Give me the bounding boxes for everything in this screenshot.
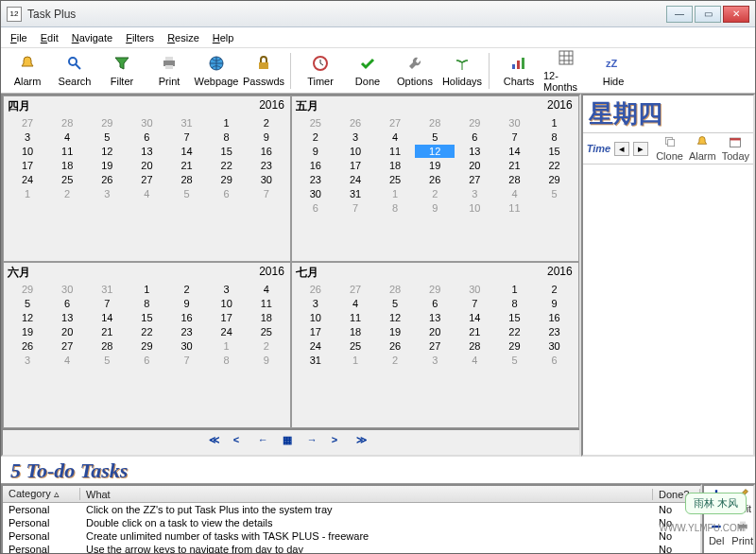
globe-icon [208,55,225,74]
month-七月: 七月20162627282930123456789101112131415161… [291,262,579,428]
nav-last-icon[interactable]: ≫ [356,434,373,451]
col-category[interactable]: Category ▵ [3,488,80,500]
svg-point-0 [69,58,77,65]
svg-rect-16 [730,138,741,140]
tool-hide[interactable]: zZHide [591,55,636,87]
svg-rect-8 [512,64,515,69]
menu-edit[interactable]: Edit [41,32,59,43]
palm-icon [454,55,471,74]
task-table: Category ▵ What Done? PersonalClick on t… [1,484,702,554]
daytool-today[interactable]: Today [722,135,749,162]
daytool-clone[interactable]: Clone [656,135,683,162]
menubar: FileEditNavigateFiltersResizeHelp [1,27,755,48]
tool-options[interactable]: Options [392,55,438,87]
col-what[interactable]: What [80,489,653,500]
four-month-panel: 四月20162728293031123456789101112131415161… [1,94,581,457]
tool-charts[interactable]: Charts [496,55,541,87]
bell-icon [696,135,709,150]
nav-next-icon[interactable]: > [332,434,349,451]
bell-icon [19,55,36,74]
titlebar: 12 Task Plus — ▭ ✕ [1,1,755,27]
chart-icon [510,55,527,74]
svg-rect-10 [522,58,524,69]
printer-icon [161,55,178,74]
grid-icon [558,49,575,68]
nav-prev-icon[interactable]: < [233,434,250,451]
lock-icon [255,55,272,74]
svg-rect-14 [667,140,674,147]
menu-navigate[interactable]: Navigate [72,32,112,43]
tool-timer[interactable]: Timer [298,55,343,87]
tool-passwds[interactable]: Passwds [241,55,286,87]
menu-help[interactable]: Help [213,32,234,43]
todo-header: 5 To-do Tasks [1,457,755,483]
table-row[interactable]: PersonalClick on the ZZ's to put Task Pl… [3,503,700,516]
calendar-nav: ≪ < ← ▦ → > ≫ [3,428,579,455]
tool-done[interactable]: Done [345,55,390,87]
nav-fwd-arrow-icon[interactable]: → [307,434,324,451]
tool-holidays[interactable]: Holidays [439,55,485,87]
minimize-button[interactable]: — [666,6,693,23]
month-四月: 四月20162728293031123456789101112131415161… [3,95,291,262]
menu-resize[interactable]: Resize [167,32,199,43]
nav-back-arrow-icon[interactable]: ← [258,434,275,451]
svg-rect-6 [259,62,268,69]
svg-rect-9 [517,61,520,69]
watermark-box: 雨林 木风 [685,493,747,514]
maximize-button[interactable]: ▭ [695,6,721,23]
table-row[interactable]: PersonalDouble click on a task to view t… [3,516,700,529]
month-五月: 五月20162526272829301234567891011121314151… [291,95,579,262]
tool-alarm[interactable]: Alarm [5,55,50,87]
search-icon [66,55,83,74]
tool-search[interactable]: Search [52,55,97,87]
tool-12-months[interactable]: 12-Months [543,49,589,93]
app-icon: 12 [7,7,22,22]
svg-rect-11 [559,51,573,64]
menu-file[interactable]: File [10,32,27,43]
window-title: Task Plus [27,8,666,21]
tool-print[interactable]: Print [146,55,192,87]
filter-icon [113,55,130,74]
toolbar: AlarmSearchFilterPrintWebpagePasswdsTime… [1,48,755,94]
menu-filters[interactable]: Filters [126,32,154,43]
svg-text:zZ: zZ [606,58,618,69]
zz-icon: zZ [605,55,622,74]
month-六月: 六月20162930311234567891011121314151617181… [3,262,291,428]
day-header: 星期四 [583,95,753,132]
clock-icon [312,55,329,74]
svg-line-1 [76,64,80,69]
svg-rect-3 [165,57,173,61]
daytool-alarm[interactable]: Alarm [689,135,716,162]
wrench-icon [406,55,423,74]
table-row[interactable]: PersonalUse the arrow keys to navigate f… [3,543,700,554]
day-body [583,164,753,455]
table-row[interactable]: PersonalCreate unlimited number of tasks… [3,529,700,543]
time-prev-button[interactable]: ◂ [614,142,629,156]
cal-icon [729,135,742,150]
time-label: Time [587,143,610,154]
watermark-url: WWW.YLMFU.COM [659,523,745,533]
close-button[interactable]: ✕ [723,6,749,23]
nav-calendar-icon[interactable]: ▦ [283,434,300,451]
svg-rect-4 [165,65,173,69]
time-next-button[interactable]: ▸ [633,142,648,156]
day-panel: 星期四 Time ◂ ▸ CloneAlarmToday [581,94,755,457]
nav-first-icon[interactable]: ≪ [209,434,226,451]
clone-icon [663,135,677,150]
check-icon [359,55,376,74]
tool-webpage[interactable]: Webpage [194,55,239,87]
tool-filter[interactable]: Filter [99,55,145,87]
